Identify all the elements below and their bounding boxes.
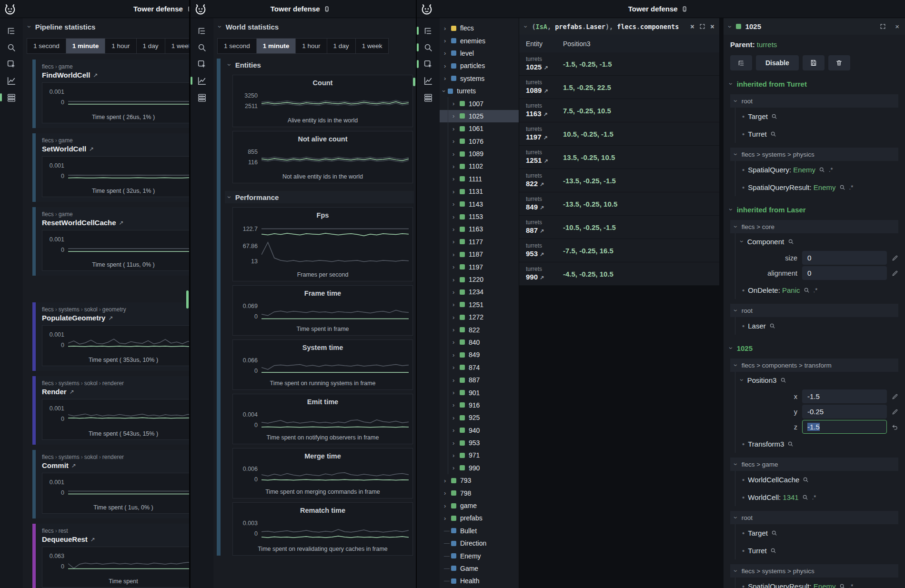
component-value-link[interactable]: 1341 [783, 493, 798, 501]
expand-icon[interactable] [699, 23, 705, 30]
open-link-icon[interactable]: ↗ [93, 72, 98, 79]
query-close-icon[interactable]: × [710, 22, 714, 31]
component-item[interactable]: •WorldCell: 1341.* [735, 488, 898, 506]
tree-item-1163[interactable]: ›1163 [440, 223, 519, 235]
search-icon[interactable] [771, 113, 777, 120]
chevron-right-icon[interactable]: › [452, 200, 460, 208]
undo-icon[interactable] [892, 424, 898, 430]
search-icon[interactable] [819, 167, 825, 173]
chevron-right-icon[interactable]: › [452, 150, 460, 158]
component-header-Component[interactable]: ›Component [735, 233, 898, 249]
tree-item-925[interactable]: ›925 [440, 411, 519, 424]
edit-icon[interactable] [892, 409, 898, 415]
tree-item-874[interactable]: ›874 [440, 361, 519, 374]
search-icon[interactable] [770, 548, 776, 554]
time-range-tab[interactable]: 1 day [327, 39, 356, 53]
component-item[interactable]: •Laser [735, 317, 898, 335]
module-path-header[interactable]: ›flecs > game [730, 458, 898, 471]
scrollbar-thumb[interactable] [186, 290, 189, 309]
component-value-link[interactable]: Enemy [814, 582, 836, 588]
inspector-group-header[interactable]: ›inherited from Turret [730, 78, 898, 90]
show-in-tree-button[interactable] [730, 55, 752, 70]
tree-item-level[interactable]: ›level [440, 47, 519, 60]
tree-item-793[interactable]: ›793 [440, 474, 519, 487]
chevron-right-icon[interactable]: › [452, 289, 460, 296]
open-link-icon[interactable]: ↗ [70, 389, 74, 395]
query-result-row[interactable]: turrets953↗-7.5, -0.25, 16.5 [519, 239, 719, 262]
tree-item-901[interactable]: ›901 [440, 386, 519, 399]
chevron-right-icon[interactable]: › [452, 301, 460, 308]
field-input-alignment[interactable]: 0 [802, 266, 887, 280]
time-range-tab[interactable]: 1 week [165, 39, 189, 53]
chevron-right-icon[interactable]: › [452, 351, 460, 359]
module-path-header[interactable]: ›flecs > systems > physics [730, 564, 898, 578]
sidebar-stats-icon[interactable] [417, 89, 440, 106]
query-result-row[interactable]: turrets1251↗13.5, -0.25, 10.5 [519, 146, 719, 169]
component-item[interactable]: •Target [735, 108, 898, 125]
tree-item-Direction[interactable]: —Direction [440, 537, 519, 549]
query-result-row[interactable]: turrets1197↗10.5, -0.25, -1.5 [519, 122, 719, 146]
sidebar-tree-icon[interactable] [191, 22, 213, 39]
result-entity[interactable]: turrets887↗ [519, 219, 563, 234]
system-name-link[interactable]: DequeueRest [42, 535, 88, 543]
panel-header-world[interactable]: › World statistics [213, 18, 416, 35]
tree-item-798[interactable]: ›798 [440, 487, 519, 499]
field-input-size[interactable]: 0 [802, 251, 887, 265]
system-name-link[interactable]: FindWorldCell [42, 71, 90, 79]
tree-item-1111[interactable]: ›1111 [440, 173, 519, 185]
open-link-icon[interactable]: ↗ [540, 205, 544, 210]
query-result-row[interactable]: turrets887↗-10.5, -0.25, -1.5 [519, 216, 719, 239]
chevron-right-icon[interactable]: › [452, 401, 460, 409]
result-entity[interactable]: turrets822↗ [519, 173, 563, 188]
component-item[interactable]: •Target [735, 524, 898, 542]
component-value-link[interactable]: Enemy [814, 183, 836, 191]
tree-item-1220[interactable]: ›1220 [440, 273, 519, 286]
chevron-right-icon[interactable]: › [452, 389, 460, 396]
component-item[interactable]: •SpatialQueryResult: Enemy.* [735, 179, 898, 196]
chevron-right-icon[interactable]: › [452, 439, 460, 447]
query-clear-icon[interactable]: × [690, 22, 694, 31]
tree-item-turrets[interactable]: ›turrets [440, 85, 519, 97]
chevron-right-icon[interactable]: › [452, 125, 460, 132]
chevron-right-icon[interactable]: › [452, 464, 460, 471]
chevron-right-icon[interactable]: › [452, 238, 460, 245]
tree-item-systems[interactable]: ›systems [440, 72, 519, 85]
module-path-header[interactable]: ›root [730, 511, 898, 524]
tree-item-Game[interactable]: —Game [440, 562, 519, 575]
open-link-icon[interactable]: ↗ [543, 65, 548, 70]
chevron-right-icon[interactable]: › [444, 50, 451, 57]
tree-item-887[interactable]: ›887 [440, 374, 519, 386]
query-result-row[interactable]: turrets1025↗-1.5, -0.25, -1.5 [519, 52, 719, 76]
tree-item-1187[interactable]: ›1187 [440, 248, 519, 260]
open-link-icon[interactable]: ↗ [89, 146, 94, 152]
tree-item-916[interactable]: ›916 [440, 399, 519, 411]
system-name-link[interactable]: PopulateGeometry [42, 314, 105, 322]
time-range-tab[interactable]: 1 hour [105, 39, 136, 53]
open-link-icon[interactable]: ↗ [540, 228, 544, 234]
tree-item-971[interactable]: ›971 [440, 449, 519, 461]
search-icon[interactable] [770, 131, 776, 137]
panel-header-pipeline[interactable]: › Pipeline statistics [23, 18, 189, 35]
time-range-tab[interactable]: 1 week [356, 39, 389, 53]
component-item[interactable]: •SpatialQuery: Enemy.* [735, 161, 898, 179]
sidebar-inspect-icon[interactable] [0, 56, 23, 72]
chevron-right-icon[interactable]: › [452, 188, 460, 195]
result-entity[interactable]: turrets1197↗ [519, 126, 563, 141]
time-range-tab[interactable]: 1 minute [66, 39, 106, 53]
system-name-link[interactable]: ResetWorldCellCache [42, 219, 116, 227]
module-path-header[interactable]: ›root [730, 304, 898, 317]
chevron-right-icon[interactable]: › [452, 364, 460, 371]
tree-item-1061[interactable]: ›1061 [440, 122, 519, 135]
time-range-tab[interactable]: 1 minute [257, 39, 296, 53]
component-item[interactable]: •WorldCellCache [735, 471, 898, 488]
chevron-right-icon[interactable]: › [452, 427, 460, 434]
edit-icon[interactable] [892, 393, 898, 400]
component-value-link[interactable]: Panic [782, 286, 800, 294]
edit-icon[interactable] [892, 270, 898, 277]
sidebar-chart-icon[interactable] [191, 72, 213, 89]
chevron-right-icon[interactable]: › [452, 226, 460, 233]
tree-item-Enemy[interactable]: —Enemy [440, 549, 519, 562]
chevron-right-icon[interactable]: › [444, 502, 451, 509]
open-link-icon[interactable]: ↗ [90, 536, 95, 543]
system-name-link[interactable]: Commit [42, 461, 69, 469]
